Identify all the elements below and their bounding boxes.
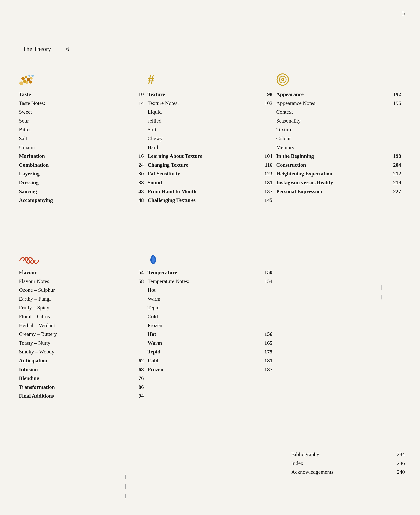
list-item: From Hand to Mouth137: [148, 188, 272, 196]
list-item: Smoky – Woody: [19, 348, 144, 356]
list-item: Cold: [148, 313, 272, 320]
entry-label: Fat Sensitivity: [148, 170, 257, 178]
entry-label: Saucing: [19, 188, 128, 196]
entry-label: Frozen: [148, 322, 257, 329]
list-item: Warm: [148, 295, 272, 303]
tick-4: |: [381, 284, 382, 290]
entry-label: Jellied: [148, 117, 257, 125]
entry-label: Sound: [148, 179, 257, 187]
entry-label: Marination: [19, 152, 128, 160]
entry-label: Sour: [19, 117, 128, 125]
list-item: Learning About Texture104: [148, 152, 272, 160]
entry-label: Learning About Texture: [148, 152, 257, 160]
entry-page: 227: [386, 188, 401, 196]
flavour-entries: Flavour Notes:58Ozone – SulphurEarthy – …: [19, 278, 144, 400]
entry-label: Challenging Textures: [148, 197, 257, 204]
taste-column: Taste 10 Taste Notes:14SweetSourBitterSa…: [19, 72, 148, 205]
entry-label: Construction: [276, 161, 386, 169]
entry-page: 154: [257, 278, 272, 285]
entry-label: Texture: [276, 126, 386, 134]
taste-title-page: 10: [128, 91, 144, 98]
list-item: Bibliography234: [291, 451, 405, 458]
list-item: Frozen: [148, 322, 272, 329]
entry-label: Tepid: [148, 304, 257, 311]
theory-label: The Theory: [23, 45, 51, 53]
flavour-icon: [19, 250, 144, 265]
entry-label: Dressing: [19, 179, 128, 187]
entry-label: Creamy – Buttery: [19, 330, 128, 338]
svg-point-6: [29, 81, 32, 83]
entry-page: 116: [257, 161, 272, 169]
tick-5: |: [381, 294, 382, 300]
tick-1: |: [125, 474, 126, 480]
list-item: Tepid175: [148, 348, 272, 356]
taste-icon: [19, 72, 144, 87]
list-item: Blending76: [19, 374, 144, 382]
list-item: Texture Notes:102: [148, 99, 272, 107]
entry-label: Transformation: [19, 383, 128, 391]
entry-label: Appearance Notes:: [276, 99, 386, 107]
list-item: Cold181: [148, 357, 272, 365]
list-item: Herbal – Verdant: [19, 322, 144, 329]
entry-label: Anticipation: [19, 357, 128, 365]
entry-label: Herbal – Verdant: [19, 322, 128, 329]
entry-label: In the Beginning: [276, 152, 386, 160]
tick-2: |: [125, 483, 126, 489]
entry-page: 219: [386, 179, 401, 187]
list-item: Saucing43: [19, 188, 144, 196]
svg-point-3: [26, 81, 28, 84]
bottom-entries: Bibliography234Index236Acknowledgements2…: [291, 451, 405, 477]
texture-entries: Texture Notes:102LiquidJelliedSoftChewyH…: [148, 99, 272, 204]
list-item: Sour: [19, 117, 144, 125]
list-item: Accompanying48: [19, 197, 144, 204]
list-item: Appearance Notes:196: [276, 99, 401, 107]
svg-point-9: [31, 75, 34, 77]
entry-page: 236: [390, 460, 405, 467]
list-item: Fruity – Spicy: [19, 304, 144, 311]
appearance-title: Appearance: [276, 91, 386, 98]
entry-label: Taste Notes:: [19, 99, 128, 107]
list-item: Colour: [276, 135, 401, 143]
entry-label: Flavour Notes:: [19, 278, 128, 285]
list-item: Creamy – Buttery: [19, 330, 144, 338]
list-item: Changing Texture116: [148, 161, 272, 169]
list-item: Jellied: [148, 117, 272, 125]
list-item: Toasty – Nutty: [19, 339, 144, 347]
entry-page: 240: [390, 468, 405, 476]
texture-column: # Texture 98 Texture Notes:102LiquidJell…: [148, 72, 276, 205]
entry-label: Warm: [148, 295, 257, 303]
list-item: Final Additions94: [19, 392, 144, 400]
list-item: Soft: [148, 126, 272, 134]
temperature-column: Temperature 150 Temperature Notes:154Hot…: [148, 250, 276, 401]
entry-label: Bibliography: [291, 451, 390, 458]
list-item: Personal Expression227: [276, 188, 401, 196]
entry-label: Blending: [19, 374, 128, 382]
list-item: Umami: [19, 144, 144, 151]
entry-page: 165: [257, 339, 272, 347]
entry-label: Cold: [148, 357, 257, 365]
appearance-icon: [276, 72, 401, 87]
entry-label: Ozone – Sulphur: [19, 286, 128, 294]
list-item: Frozen187: [148, 366, 272, 373]
list-item: Index236: [291, 460, 405, 467]
entry-page: 68: [128, 366, 144, 373]
entry-label: Temperature Notes:: [148, 278, 257, 285]
list-item: Challenging Textures145: [148, 197, 272, 204]
svg-point-8: [28, 75, 30, 77]
entry-label: Tepid: [148, 348, 257, 356]
entry-label: Soft: [148, 126, 257, 134]
list-item: Texture: [276, 126, 401, 134]
empty-column: [276, 250, 405, 401]
entry-page: 175: [257, 348, 272, 356]
entry-page: 62: [128, 357, 144, 365]
appearance-entries: Appearance Notes:196ContextSeasonalityTe…: [276, 99, 401, 196]
flavour-title: Flavour: [19, 269, 128, 276]
texture-title-page: 98: [257, 91, 272, 98]
entry-label: Infusion: [19, 366, 128, 373]
entry-label: Sweet: [19, 108, 128, 116]
entry-page: 102: [257, 99, 272, 107]
svg-point-13: [282, 79, 283, 80]
entry-page: 137: [257, 188, 272, 196]
entry-label: Context: [276, 108, 386, 116]
list-item: Sound131: [148, 179, 272, 187]
